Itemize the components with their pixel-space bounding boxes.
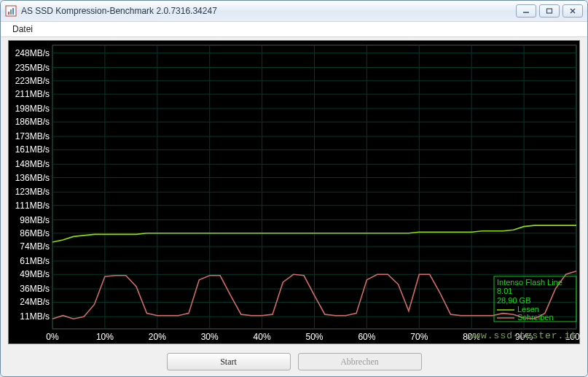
menu-datei[interactable]: Datei: [7, 23, 39, 35]
bottom-toolbar: Start Abbrechen: [1, 347, 587, 376]
svg-text:Intenso Flash Line: Intenso Flash Line: [497, 278, 562, 287]
svg-text:0%: 0%: [46, 332, 59, 342]
svg-text:24MB/s: 24MB/s: [20, 297, 50, 307]
svg-text:11MB/s: 11MB/s: [20, 311, 50, 322]
svg-rect-2: [10, 9, 12, 15]
svg-text:223MB/s: 223MB/s: [15, 76, 50, 86]
svg-text:173MB/s: 173MB/s: [15, 131, 50, 141]
svg-text:80%: 80%: [463, 332, 480, 342]
app-icon: [5, 5, 17, 17]
menubar: Datei: [1, 22, 587, 37]
svg-text:8.01: 8.01: [497, 287, 512, 295]
svg-text:136MB/s: 136MB/s: [15, 173, 50, 183]
svg-text:161MB/s: 161MB/s: [15, 144, 50, 155]
svg-text:40%: 40%: [254, 332, 271, 342]
compression-chart: 11MB/s24MB/s36MB/s49MB/s61MB/s74MB/s86MB…: [8, 40, 580, 344]
svg-text:86MB/s: 86MB/s: [20, 228, 50, 238]
app-window: AS SSD Kompression-Benchmark 2.0.7316.34…: [0, 0, 588, 377]
svg-text:60%: 60%: [358, 332, 375, 342]
svg-text:148MB/s: 148MB/s: [15, 159, 50, 169]
svg-text:98MB/s: 98MB/s: [20, 215, 50, 225]
minimize-button[interactable]: [516, 4, 536, 18]
svg-text:10%: 10%: [96, 332, 114, 342]
svg-rect-1: [8, 12, 9, 15]
svg-text:30%: 30%: [201, 332, 219, 342]
svg-text:74MB/s: 74MB/s: [20, 241, 50, 252]
window-title: AS SSD Kompression-Benchmark 2.0.7316.34…: [21, 6, 516, 16]
titlebar: AS SSD Kompression-Benchmark 2.0.7316.34…: [1, 1, 587, 22]
window-controls: [516, 4, 583, 18]
svg-text:28,90 GB: 28,90 GB: [497, 296, 530, 305]
svg-text:49MB/s: 49MB/s: [20, 269, 50, 279]
svg-text:36MB/s: 36MB/s: [20, 284, 50, 294]
svg-text:248MB/s: 248MB/s: [15, 48, 50, 58]
svg-text:70%: 70%: [410, 332, 428, 342]
svg-text:186MB/s: 186MB/s: [15, 117, 50, 127]
svg-text:90%: 90%: [515, 332, 533, 342]
start-button[interactable]: Start: [167, 353, 291, 370]
svg-text:Schreiben: Schreiben: [517, 313, 554, 322]
svg-text:123MB/s: 123MB/s: [15, 187, 50, 197]
svg-text:111MB/s: 111MB/s: [15, 201, 50, 211]
svg-rect-3: [12, 8, 14, 15]
cancel-button[interactable]: Abbrechen: [298, 353, 422, 370]
maximize-button[interactable]: [539, 4, 560, 18]
svg-rect-5: [547, 9, 552, 13]
svg-text:20%: 20%: [149, 332, 166, 342]
svg-text:235MB/s: 235MB/s: [15, 63, 50, 73]
svg-text:211MB/s: 211MB/s: [15, 89, 50, 99]
svg-text:61MB/s: 61MB/s: [20, 256, 50, 266]
svg-text:198MB/s: 198MB/s: [15, 104, 50, 114]
svg-text:50%: 50%: [305, 332, 323, 342]
svg-text:100%: 100%: [565, 332, 581, 342]
close-button[interactable]: [562, 4, 583, 18]
